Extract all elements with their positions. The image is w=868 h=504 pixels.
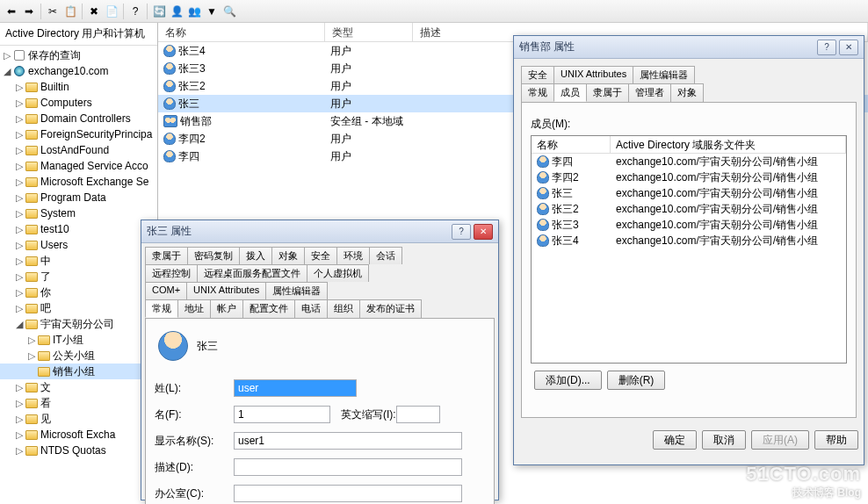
tab[interactable]: 发布的证书 [359, 299, 422, 318]
col-name[interactable]: 名称 [158, 23, 325, 41]
col-name[interactable]: 名称 [532, 136, 611, 153]
filter-icon[interactable]: ▼ [204, 4, 220, 19]
tree-node[interactable]: ◢宇宙天朝分公司 [0, 316, 157, 332]
tab[interactable]: 配置文件 [242, 299, 295, 318]
tab[interactable]: 远程桌面服务配置文件 [197, 264, 307, 282]
tab[interactable]: 隶属于 [586, 83, 629, 102]
tree-node[interactable]: ▷见 [0, 411, 157, 427]
firstname-input[interactable] [234, 406, 330, 423]
tab[interactable]: 组织 [327, 299, 360, 318]
forward-icon[interactable]: ➡ [21, 4, 37, 19]
tab[interactable]: 安全 [521, 66, 554, 83]
tree-node[interactable]: ▷公关小组 [0, 348, 157, 364]
tree-node[interactable]: ▷文 [0, 379, 157, 395]
member-row[interactable]: 张三exchange10.com/宇宙天朝分公司/销售小组 [532, 185, 846, 201]
tab[interactable]: 成员 [553, 83, 587, 102]
tab[interactable]: 电话 [294, 299, 328, 318]
tree-node[interactable]: ▷你 [0, 284, 157, 300]
help-button[interactable]: ? [817, 40, 836, 55]
tree-node[interactable]: ▷中 [0, 253, 157, 269]
tab[interactable]: 隶属于 [145, 247, 188, 264]
tree-node[interactable]: ▷Microsoft Excha [0, 427, 157, 443]
tree-node[interactable]: ▷LostAndFound [0, 142, 157, 158]
tree-node[interactable]: ▷System [0, 205, 157, 221]
tree-node[interactable]: ▷Microsoft Exchange Se [0, 174, 157, 190]
members-label: 成员(M): [531, 117, 847, 132]
tab[interactable]: 地址 [177, 299, 211, 318]
new-group-icon[interactable]: 👥 [186, 4, 202, 19]
main-toolbar: ⬅ ➡ ✂ 📋 ✖ 📄 ? 🔄 👤 👥 ▼ 🔍 [0, 0, 868, 23]
firstname-label: 名(F): [155, 407, 234, 422]
tab[interactable]: 对象 [670, 83, 704, 102]
new-user-icon[interactable]: 👤 [169, 4, 184, 19]
lastname-input[interactable] [234, 379, 357, 397]
tree-node[interactable]: ▷ForeignSecurityPrincipa [0, 126, 157, 142]
ok-button[interactable]: 确定 [653, 430, 697, 450]
tree-node[interactable]: ▷NTDS Quotas [0, 443, 157, 458]
close-button[interactable]: ✕ [474, 224, 493, 240]
dialog-title: 销售部 属性 [519, 40, 814, 54]
tree-node[interactable]: ▷看 [0, 395, 157, 411]
tab[interactable]: 拨入 [239, 247, 272, 264]
office-input[interactable] [234, 485, 462, 502]
apply-button[interactable]: 应用(A) [751, 430, 809, 450]
display-input[interactable] [234, 432, 462, 450]
tree-node[interactable]: ▷了 [0, 269, 157, 284]
tree-node[interactable]: ▷保存的查询 [0, 47, 157, 63]
tree-node[interactable]: ▷Program Data [0, 190, 157, 205]
copy-icon[interactable]: 📋 [62, 4, 78, 19]
help-icon[interactable]: ? [127, 4, 143, 19]
lastname-label: 姓(L): [155, 381, 234, 396]
tree-node[interactable]: ▷Users [0, 237, 157, 253]
help-button[interactable]: ? [452, 224, 471, 240]
member-row[interactable]: 张三3exchange10.com/宇宙天朝分公司/销售小组 [532, 217, 846, 233]
delete-icon[interactable]: ✖ [86, 4, 102, 19]
members-list[interactable]: 名称 Active Directory 域服务文件夹 李四exchange10.… [531, 135, 847, 364]
properties-icon[interactable]: 📄 [104, 4, 119, 19]
add-button[interactable]: 添加(D)... [534, 371, 602, 390]
tab[interactable]: 安全 [304, 247, 337, 264]
initials-input[interactable] [396, 406, 440, 423]
tab[interactable]: 帐户 [210, 299, 243, 318]
tab[interactable]: 密码复制 [187, 247, 240, 264]
tab[interactable]: 属性编辑器 [633, 66, 695, 83]
tree-node[interactable]: ▷test10 [0, 221, 157, 237]
remove-button[interactable]: 删除(R) [607, 371, 666, 390]
refresh-icon[interactable]: 🔄 [151, 4, 167, 19]
tab[interactable]: 属性编辑器 [265, 282, 328, 299]
help-button[interactable]: 帮助 [814, 430, 858, 450]
tree-header: Active Directory 用户和计算机 [0, 23, 157, 46]
tab[interactable]: UNIX Attributes [553, 66, 633, 83]
back-icon[interactable]: ⬅ [4, 4, 19, 19]
col-folder[interactable]: Active Directory 域服务文件夹 [611, 136, 846, 153]
tree-node[interactable]: ▷IT小组 [0, 332, 157, 348]
col-type[interactable]: 类型 [325, 23, 413, 41]
tree-node[interactable]: ▷Managed Service Acco [0, 158, 157, 174]
initials-label: 英文缩写(I): [341, 407, 396, 422]
member-row[interactable]: 李四exchange10.com/宇宙天朝分公司/销售小组 [532, 154, 846, 169]
member-row[interactable]: 张三2exchange10.com/宇宙天朝分公司/销售小组 [532, 201, 846, 217]
tree-node[interactable]: ▷Computers [0, 95, 157, 111]
tab[interactable]: 远程控制 [145, 264, 198, 282]
tab[interactable]: 对象 [271, 247, 305, 264]
tab[interactable]: 管理者 [628, 83, 671, 102]
tab[interactable]: UNIX Attributes [186, 282, 266, 299]
tree-node[interactable]: ▷Builtin [0, 79, 157, 95]
desc-input[interactable] [234, 458, 462, 476]
member-row[interactable]: 张三4exchange10.com/宇宙天朝分公司/销售小组 [532, 233, 846, 248]
find-icon[interactable]: 🔍 [221, 4, 237, 19]
tree-node[interactable]: ▷吧 [0, 300, 157, 316]
tree-node[interactable]: ▷Domain Controllers [0, 111, 157, 126]
tree-node[interactable]: 销售小组 [0, 364, 157, 379]
tab[interactable]: 常规 [521, 83, 554, 102]
tab[interactable]: COM+ [145, 282, 187, 299]
tab[interactable]: 环境 [336, 247, 370, 264]
tab[interactable]: 常规 [145, 299, 178, 318]
member-row[interactable]: 李四2exchange10.com/宇宙天朝分公司/销售小组 [532, 169, 846, 185]
close-button[interactable]: ✕ [839, 40, 858, 55]
cancel-button[interactable]: 取消 [702, 430, 746, 450]
cut-icon[interactable]: ✂ [45, 4, 61, 19]
tree-node[interactable]: ◢exchange10.com [0, 63, 157, 79]
tab[interactable]: 个人虚拟机 [307, 264, 369, 282]
tab[interactable]: 会话 [369, 247, 402, 264]
